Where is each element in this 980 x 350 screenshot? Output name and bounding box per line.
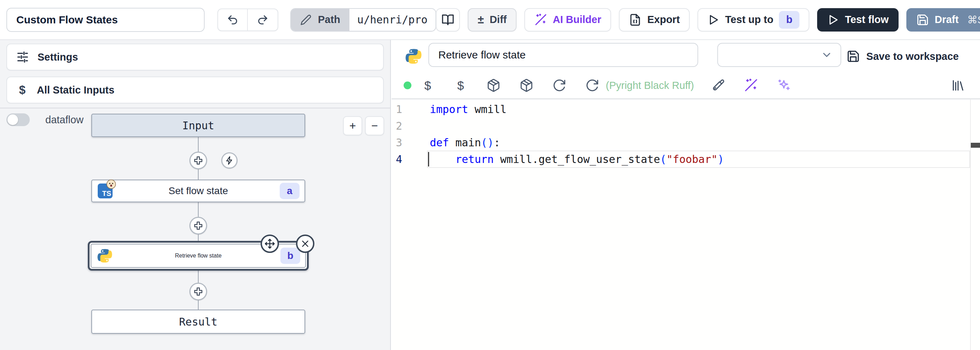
windmill-flow-editor: Path u/henri/pro ± Diff AI Builder <box>0 0 980 350</box>
package-icon[interactable] <box>519 78 534 93</box>
insert-step-button[interactable] <box>189 217 207 235</box>
top-toolbar: Path u/henri/pro ± Diff AI Builder <box>0 0 980 40</box>
undo-icon <box>227 14 239 26</box>
dataflow-label: dataflow <box>45 114 84 126</box>
line-number-active: 4 <box>391 151 427 168</box>
play-icon <box>827 14 839 26</box>
flow-left-panel: Settings $ All Static Inputs dataflow + … <box>0 40 391 350</box>
step-editor-panel: Save to workspace $ $ (Pyright Black Ruf… <box>391 40 980 350</box>
undo-redo-group <box>217 8 278 31</box>
code-editor[interactable]: 1 2 3 4 import wmill def main(): return … <box>391 99 980 350</box>
sliders-icon <box>16 51 29 63</box>
line-number: 2 <box>391 118 427 134</box>
line-number: 3 <box>391 134 427 151</box>
path-value[interactable]: u/henri/pro <box>350 9 436 31</box>
plus-icon: + <box>350 119 356 133</box>
reload-icon[interactable] <box>584 78 600 93</box>
diff-button[interactable]: ± Diff <box>468 8 517 32</box>
test-flow-button[interactable]: Test flow <box>817 8 899 32</box>
file-code-icon <box>629 13 641 26</box>
node-input[interactable]: Input <box>91 114 305 137</box>
node-badge-b: b <box>280 248 300 264</box>
line-number: 1 <box>391 101 427 118</box>
add-trigger-button[interactable] <box>221 152 237 169</box>
node-input-label: Input <box>182 119 214 132</box>
package-icon[interactable] <box>486 78 501 93</box>
undo-button[interactable] <box>218 9 248 30</box>
zoom-in-button[interactable]: + <box>343 116 362 135</box>
plus-cross-icon <box>193 286 204 297</box>
insert-step-button[interactable] <box>189 152 207 169</box>
ai-builder-label: AI Builder <box>553 14 601 26</box>
draft-button[interactable]: Draft ⌘S <box>906 8 980 32</box>
node-result-label: Result <box>179 316 217 328</box>
test-up-to-label: Test up to <box>725 14 773 26</box>
delete-node-button[interactable] <box>296 235 314 253</box>
minus-icon: − <box>371 119 378 133</box>
text-cursor <box>428 152 429 166</box>
flow-panel-cards: Settings $ All Static Inputs <box>0 40 390 109</box>
node-set-flow-state[interactable]: TS Set flow state a <box>91 180 305 202</box>
variable-dollar-icon[interactable]: $ <box>420 78 436 93</box>
export-label: Export <box>647 14 680 26</box>
topbar-actions: ± Diff AI Builder Export Test up to <box>436 8 980 32</box>
library-icon[interactable] <box>950 78 966 93</box>
draft-label: Draft <box>935 14 959 26</box>
move-node-handle[interactable] <box>261 235 279 253</box>
lightning-bolt-icon <box>225 156 234 165</box>
test-up-to-button[interactable]: Test up to b <box>697 8 809 32</box>
step-name-input[interactable] <box>428 43 698 67</box>
node-result[interactable]: Result <box>91 310 305 334</box>
code-line <box>430 118 970 134</box>
docs-button[interactable] <box>436 8 460 32</box>
export-button[interactable]: Export <box>619 8 690 32</box>
ai-builder-button[interactable]: AI Builder <box>524 8 611 32</box>
node-retrieve-flow-state-label: Retrieve flow state <box>175 253 222 259</box>
overview-ruler[interactable] <box>970 99 980 350</box>
save-to-workspace-button[interactable]: Save to workspace <box>846 47 959 66</box>
code-assistants-label: (Pyright Black Ruff) <box>606 80 694 91</box>
code-line-current: return wmill.get_flow_user_state("foobar… <box>430 151 970 168</box>
node-set-flow-state-label: Set flow state <box>169 185 228 197</box>
python-icon <box>405 48 422 65</box>
step-badge-b: b <box>779 11 799 29</box>
play-icon <box>707 14 719 26</box>
edit-path-button[interactable]: Path <box>291 9 350 31</box>
reload-icon[interactable] <box>552 78 567 93</box>
test-flow-label: Test flow <box>845 14 889 26</box>
code-line: def main(): <box>430 134 970 151</box>
insert-step-button[interactable] <box>189 283 207 300</box>
plus-minus-icon: ± <box>477 13 484 26</box>
redo-button[interactable] <box>248 9 278 30</box>
flow-name-input[interactable] <box>6 8 205 32</box>
code-toolbar: $ $ (Pyright Black Ruff) <box>391 73 980 99</box>
python-icon <box>97 248 113 264</box>
ai-wand-icon[interactable] <box>743 78 759 93</box>
move-icon <box>264 238 275 249</box>
hub-emoji-icon <box>106 179 116 189</box>
settings-card[interactable]: Settings <box>6 43 384 70</box>
format-brush-icon[interactable] <box>710 78 726 93</box>
redo-icon <box>257 14 269 26</box>
all-static-inputs-label: All Static Inputs <box>37 84 115 96</box>
resource-dollar-icon[interactable]: $ <box>453 78 468 93</box>
all-static-inputs-card[interactable]: $ All Static Inputs <box>6 77 384 104</box>
typescript-icon: TS <box>98 184 113 198</box>
line-number-gutter: 1 2 3 4 <box>391 99 427 350</box>
path-group: Path u/henri/pro <box>290 8 436 32</box>
save-to-workspace-label: Save to workspace <box>866 51 959 62</box>
diff-label: Diff <box>490 14 507 26</box>
draft-shortcut: ⌘S <box>967 14 980 26</box>
chevron-down-icon <box>821 49 833 61</box>
zoom-out-button[interactable]: − <box>365 116 384 135</box>
toggle-knob <box>8 114 18 125</box>
language-select[interactable] <box>717 43 841 67</box>
ai-sparkles-icon[interactable] <box>776 78 792 93</box>
dataflow-toggle-row: dataflow <box>6 113 84 126</box>
step-editor-header: Save to workspace <box>391 40 980 73</box>
dollar-icon: $ <box>16 83 28 97</box>
status-dot-icon <box>404 82 411 89</box>
dataflow-toggle[interactable] <box>6 113 30 126</box>
node-badge-a: a <box>280 183 299 199</box>
code-content[interactable]: import wmill def main(): return wmill.ge… <box>427 99 970 350</box>
